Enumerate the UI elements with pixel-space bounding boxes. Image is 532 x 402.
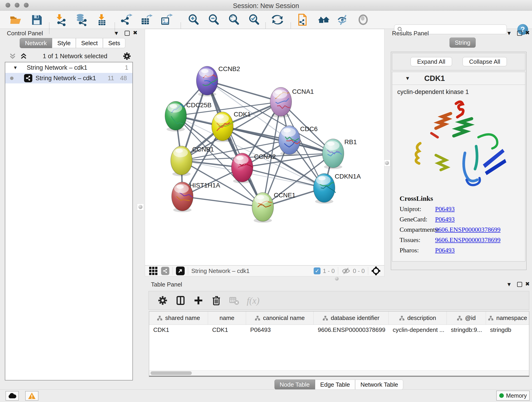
tab-select[interactable]: Select (76, 38, 103, 48)
preview-orb-icon[interactable] (357, 13, 370, 26)
collapse-all-icon[interactable] (9, 52, 17, 60)
cell-name[interactable]: CDK1 (208, 325, 246, 335)
panel-collapse-icon[interactable]: ▼ (114, 30, 119, 36)
open-session-icon[interactable] (9, 13, 22, 26)
collection-count: 1 (125, 64, 128, 71)
tab-network[interactable]: Network (20, 38, 52, 48)
column-header-name[interactable]: name (208, 312, 246, 325)
zoom-selected-icon[interactable] (248, 13, 260, 26)
column-header-namespace[interactable]: namespace (486, 312, 529, 325)
edge-HIST1H1A-CCNE1[interactable] (182, 196, 263, 207)
column-header-description[interactable]: description (389, 312, 447, 325)
node-CDKN1A[interactable] (313, 173, 336, 204)
import-network-database-icon[interactable] (75, 13, 88, 26)
tab-edge-table[interactable]: Edge Table (315, 380, 355, 390)
export-table-icon[interactable] (140, 13, 152, 26)
network-row-label: String Network – cdk1 (36, 75, 96, 82)
panel-collapse-icon[interactable]: ▼ (506, 30, 512, 36)
birdseye-crosshair-icon[interactable] (371, 266, 380, 275)
zoom-in-icon[interactable] (187, 13, 200, 26)
column-header-canonical-name[interactable]: canonical name (246, 312, 314, 325)
section-expander-icon[interactable]: ▼ (405, 75, 410, 81)
panel-collapse-icon[interactable]: ▼ (506, 281, 512, 287)
panel-float-icon[interactable] (125, 31, 130, 36)
node-label-HIST1H1A: HIST1H1A (190, 182, 220, 189)
panel-float-icon[interactable] (517, 282, 522, 287)
crosslink-link[interactable]: 9606.ENSP00000378699 (435, 226, 500, 233)
network-collection-row[interactable]: ▼ String Network – cdk1 1 (5, 62, 133, 73)
export-image-icon[interactable] (160, 13, 173, 26)
show-columns-icon[interactable] (175, 295, 186, 306)
column-header-database-identifier[interactable]: database identifier (314, 312, 389, 325)
node-table: shared namenamecanonical namedatabase id… (149, 311, 529, 370)
apply-layout-icon[interactable] (271, 13, 284, 26)
birdseye-launch-icon[interactable] (176, 267, 185, 275)
cell-namespace[interactable]: stringdb (486, 325, 529, 335)
cloud-button[interactable] (6, 391, 19, 401)
node-CDC25B[interactable] (165, 101, 186, 132)
cell-database-identifier[interactable]: 9606.ENSP00000378699 (314, 325, 389, 335)
cell-canonical-name[interactable]: P06493 (246, 325, 314, 335)
cell-shared-name[interactable]: CDK1 (149, 325, 208, 335)
collapse-all-button[interactable]: Collapse All (462, 57, 507, 66)
node-CCNA2[interactable] (231, 153, 253, 183)
panel-close-icon[interactable]: ✖ (133, 30, 138, 36)
tab-network-table[interactable]: Network Table (355, 380, 403, 390)
crosslink-link[interactable]: P06493 (435, 216, 455, 223)
tree-expander-icon[interactable]: ▼ (13, 65, 18, 70)
scrollbar-thumb[interactable] (151, 371, 192, 375)
import-table-icon[interactable] (95, 13, 108, 26)
panel-close-icon[interactable]: ✖ (525, 281, 530, 287)
grid-view-icon[interactable] (149, 267, 157, 275)
expand-all-button[interactable]: Expand All (411, 57, 452, 66)
gear-icon[interactable] (123, 52, 131, 61)
share-document-icon[interactable] (297, 13, 309, 26)
import-network-file-icon[interactable] (55, 13, 68, 26)
node-CCNB2[interactable] (196, 66, 218, 96)
node-count: 11 (108, 75, 114, 82)
save-session-icon[interactable] (30, 13, 43, 26)
crosslinks-block: CrossLinks Uniprot:P06493GeneCard:P06493… (399, 195, 525, 254)
panel-close-icon[interactable]: ✖ (525, 30, 530, 36)
zoom-out-icon[interactable] (207, 13, 220, 26)
panel-float-icon[interactable] (517, 31, 522, 36)
cell-description[interactable]: cyclin-dependent ... (389, 325, 447, 335)
network-row-selected[interactable]: String Network – cdk1 11 48 (5, 73, 133, 83)
hide-selected-icon[interactable] (337, 13, 350, 26)
string-network-graph[interactable]: CCNB2CCNA1CDC25BCDK1CDC6RB1CCNB1CCNA2CDK… (145, 29, 384, 265)
crosslink-link[interactable]: 9606.ENSP00000378699 (435, 236, 500, 244)
network-overview-icon[interactable] (161, 267, 169, 275)
add-column-icon[interactable] (193, 295, 204, 306)
tab-string[interactable]: String (450, 38, 476, 48)
export-network-icon[interactable] (120, 13, 133, 26)
selected-nodes-checkbox[interactable]: ✓ (314, 268, 321, 274)
crosslink-link[interactable]: P06493 (435, 205, 455, 213)
tab-node-table[interactable]: Node Table (274, 380, 315, 390)
delete-column-icon[interactable] (211, 295, 222, 306)
cdk1-section-header[interactable]: ▼ CDK1 (392, 72, 525, 85)
cell-id[interactable]: stringdb:9... (447, 325, 486, 335)
edge-CCNB2-CCNA1[interactable] (207, 81, 281, 102)
table-row[interactable]: CDK1CDK1P064939606.ENSP00000378699cyclin… (149, 325, 529, 335)
home-pages-icon[interactable] (317, 13, 330, 26)
node-RB1[interactable] (322, 139, 344, 169)
node-CCNB1[interactable] (171, 146, 192, 176)
memory-button[interactable]: Memory (496, 390, 530, 401)
horizontal-scrollbar[interactable] (149, 370, 529, 376)
expand-all-icon[interactable] (20, 52, 27, 60)
warnings-button[interactable] (25, 391, 38, 401)
node-CCNE1[interactable] (252, 192, 273, 223)
right-splitter[interactable] (385, 29, 389, 265)
column-header-shared-name[interactable]: shared name (149, 312, 208, 325)
hidden-count: 0 - 0 (353, 268, 365, 274)
tab-sets[interactable]: Sets (103, 38, 125, 48)
tab-style[interactable]: Style (52, 38, 76, 48)
statusbar-separator (188, 267, 188, 275)
table-settings-gear-icon[interactable] (157, 295, 168, 306)
network-view-canvas[interactable]: CCNB2CCNA1CDC25BCDK1CDC6RB1CCNB1CCNA2CDK… (145, 29, 385, 265)
crosslink-link[interactable]: P06493 (435, 247, 455, 254)
node-CCNA1[interactable] (270, 87, 292, 118)
column-header-id[interactable]: @id (447, 312, 486, 325)
zoom-fit-icon[interactable] (228, 13, 240, 26)
left-splitter-handle[interactable] (137, 204, 144, 211)
